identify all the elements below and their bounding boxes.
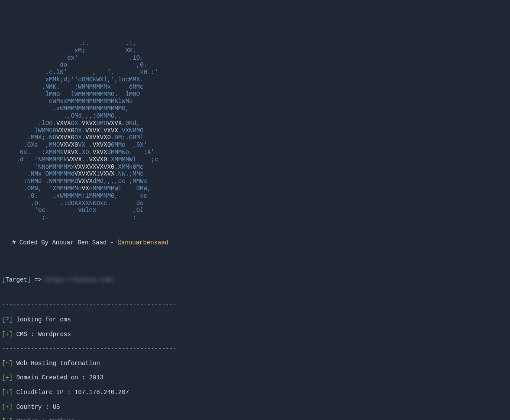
ascii-line: .0MN, 'XMMMMMMoVXoMMMMMMWl 0MW, xyxy=(2,185,169,192)
cms-looking-row: [?] looking for cms xyxy=(2,316,508,324)
ascii-banner: .:. .:, xM; XK. dx' .lO. do ,0. xyxy=(2,32,508,221)
target-label: Target xyxy=(5,276,27,283)
ascii-line: lMMO lWMMMMMMMMMO. lMMO xyxy=(2,91,191,98)
tag-bracket: [?] xyxy=(2,316,13,323)
bracket-close: ] xyxy=(27,276,31,283)
hosting-text: Region : Indiana xyxy=(16,418,74,420)
ascii-line: ;. :. xyxy=(2,214,180,221)
ascii-line: ,0. .:dOKXXXNKOxc. do xyxy=(2,200,173,207)
hosting-row: [+] Domain Created on : 2013 xyxy=(2,374,508,382)
hosting-header-row: [~] Web Hosting Information xyxy=(2,360,508,367)
ascii-line: do ,0. xyxy=(2,61,205,68)
hosting-text: Country : US xyxy=(16,404,60,410)
hosting-text: Domain Created on : 2013 xyxy=(16,374,104,381)
hosting-row: [+] CloudFlare IP : 107.178.240.207 xyxy=(2,389,508,396)
separator: ----------------------------------------… xyxy=(2,345,508,353)
cms-found-text: CMS : Wordpress xyxy=(16,331,71,338)
ascii-line: cWMxxMMMMMMMMMMMMMKlWMk xyxy=(2,98,187,105)
tag-bracket: [+] xyxy=(2,331,13,338)
ascii-line: xMMk;d;''cOM0kWXl,',locMMX. xyxy=(2,76,191,83)
tag-bracket: [+] xyxy=(2,389,13,396)
ascii-line: .c.lN' , '. .k0.:' xyxy=(2,69,202,76)
tag-bracket: [+] xyxy=(2,374,13,381)
cms-found-row: [+] CMS : Wordpress xyxy=(2,331,508,338)
ascii-line: :NMMd .NMMMMMMdVXVXdMd,,,,oc ;MMWx xyxy=(2,178,169,185)
credit-handle: @anouarbensaad xyxy=(118,239,169,246)
ascii-line: .NMx OMMMMMMdVXVXVXlVXVX.NW.;MMc xyxy=(2,170,169,177)
ascii-line: xM; XK. xyxy=(2,47,209,54)
credit-text: # Coded By Anouar Ben Saad - xyxy=(12,239,118,246)
hosting-header-text: Web Hosting Information xyxy=(16,360,100,367)
ascii-line: dx' .lO. xyxy=(2,55,209,61)
separator: ----------------------------------------… xyxy=(2,301,508,309)
target-url: https://kinsta.com/ xyxy=(45,276,115,283)
ascii-line: 0x. :XMMMkVXVX.XO.VXVXdMMMWo. :X' xyxy=(2,149,173,156)
ascii-line: .xWMMMMMMMMMMMMMMMM0, xyxy=(2,105,187,112)
ascii-line: '0c -VulnX- ,Ol xyxy=(2,207,176,214)
hosting-text: CloudFlare IP : 107.178.240.207 xyxy=(16,389,129,396)
ascii-line: .,OMd,,,;0MMMO,. xyxy=(2,112,187,119)
tag-bracket: [+] xyxy=(2,418,13,420)
target-line: [Target] => https://kinsta.com/ xyxy=(2,276,508,284)
ascii-line: .:. .:, xyxy=(2,40,213,47)
hosting-row: [+] Region : Indiana xyxy=(2,418,508,420)
ascii-line: .d 'NMMMMMMkVXVX..VXVX0.XMMMMWl ;c xyxy=(2,156,173,163)
hosting-row: [+] Country : US xyxy=(2,404,508,411)
ascii-line: .lO0.VXVXOX.VXVX0MOVXVX.0Kd, xyxy=(2,120,176,127)
ascii-line: lWMMO0VXVX0OX.VXVXlVXVX.VXNMMO xyxy=(2,127,176,134)
tag-bracket: [+] xyxy=(2,404,13,410)
credit-line: # Coded By Anouar Ben Saad - @anouarbens… xyxy=(12,239,508,247)
target-arrow: => xyxy=(31,276,45,283)
ascii-line: .NMK. :WMMMMMMMx dMMc xyxy=(2,83,191,90)
ascii-line: .0. .xWMMMMM:lMMMMMM0, kc xyxy=(2,192,173,199)
ascii-line: .OXc ,MMOVXVX0VX .VXVX00MMo ,0X' xyxy=(2,141,169,148)
cms-looking-text: looking for cms xyxy=(16,316,71,323)
tag-bracket: [~] xyxy=(2,360,13,367)
ascii-line: .MMX;.N0VXVX0OX.VXVXVX0.0M:.OMMl xyxy=(2,134,169,141)
ascii-line: 'NNoMMMMMMxVXVXVXVXVX0.XMMk0Mc xyxy=(2,164,180,170)
